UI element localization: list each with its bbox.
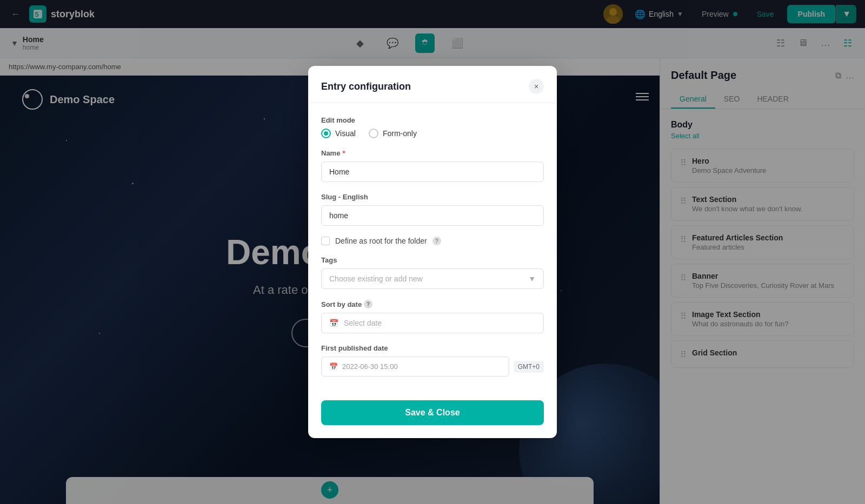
modal-title: Entry configuration: [321, 81, 411, 92]
sort-help-icon[interactable]: ?: [364, 300, 372, 308]
radio-form[interactable]: Form-only: [369, 129, 417, 138]
modal-overlay[interactable]: Entry configuration × Edit mode Visual F…: [0, 0, 865, 504]
sort-date-label: Sort by date ?: [321, 300, 544, 308]
name-input[interactable]: [321, 162, 544, 182]
calendar-icon: 📅: [329, 319, 338, 327]
tags-select[interactable]: Choose existing or add new ▼: [321, 268, 544, 289]
modal-footer: Save & Close: [308, 400, 557, 438]
sort-date-input[interactable]: 📅 Select date: [321, 313, 544, 333]
save-close-button[interactable]: Save & Close: [321, 400, 544, 425]
modal-header: Entry configuration ×: [308, 66, 557, 103]
first-pub-label: First published date: [321, 344, 544, 352]
modal-body: Edit mode Visual Form-only Name *: [308, 103, 557, 400]
slug-input[interactable]: [321, 205, 544, 226]
slug-group: Slug - English: [321, 193, 544, 226]
dropdown-icon: ▼: [528, 274, 536, 283]
modal-close-button[interactable]: ×: [529, 79, 544, 94]
sort-date-group: Sort by date ? 📅 Select date: [321, 300, 544, 333]
checkbox-row: Define as root for the folder ?: [321, 237, 544, 245]
first-pub-group: First published date 📅 2022-06-30 15:00 …: [321, 344, 544, 377]
radio-form-circle: [369, 129, 378, 138]
slug-label: Slug - English: [321, 193, 544, 201]
edit-mode-group: Edit mode Visual Form-only: [321, 116, 544, 138]
tags-group: Tags Choose existing or add new ▼: [321, 256, 544, 289]
tags-label: Tags: [321, 256, 544, 264]
sort-date-placeholder: Select date: [344, 319, 382, 327]
name-group: Name *: [321, 149, 544, 182]
root-folder-checkbox[interactable]: [321, 237, 330, 245]
root-folder-group: Define as root for the folder ?: [321, 237, 544, 245]
name-required: *: [342, 149, 345, 157]
first-pub-row: 📅 2022-06-30 15:00 GMT+0: [321, 357, 544, 377]
edit-mode-radio-group: Visual Form-only: [321, 129, 544, 138]
timezone-badge: GMT+0: [514, 361, 544, 373]
calendar-icon: 📅: [329, 362, 338, 371]
root-folder-label: Define as root for the folder: [335, 237, 427, 245]
radio-form-label: Form-only: [383, 129, 417, 138]
radio-visual[interactable]: Visual: [321, 129, 356, 138]
help-icon[interactable]: ?: [432, 237, 441, 245]
first-pub-date-input[interactable]: 📅 2022-06-30 15:00: [321, 357, 509, 377]
radio-visual-circle: [321, 129, 331, 138]
tags-placeholder: Choose existing or add new: [329, 274, 423, 283]
entry-configuration-modal: Entry configuration × Edit mode Visual F…: [308, 66, 557, 438]
edit-mode-label: Edit mode: [321, 116, 544, 124]
first-pub-value: 2022-06-30 15:00: [342, 362, 398, 371]
name-label: Name *: [321, 149, 544, 157]
radio-visual-label: Visual: [335, 129, 356, 138]
